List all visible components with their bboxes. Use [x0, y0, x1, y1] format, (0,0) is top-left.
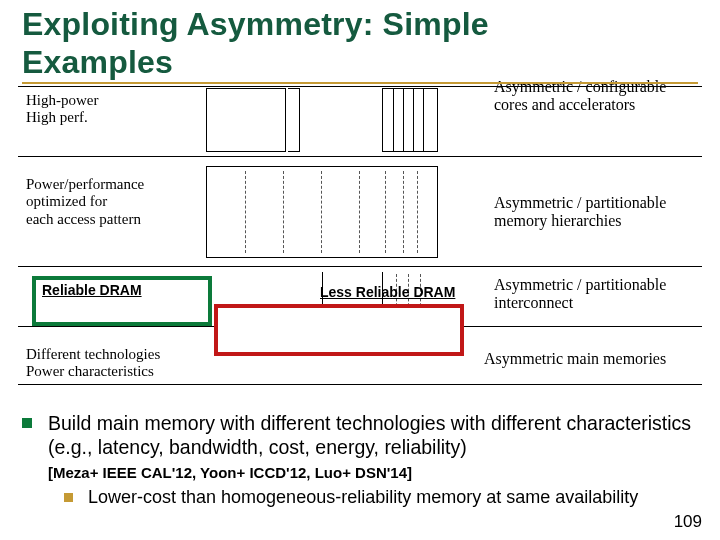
less-reliable-dram-label: Less Reliable DRAM: [320, 284, 455, 300]
left-label-mainmem: Different technologies Power characteris…: [26, 346, 160, 381]
left-label-mem: Power/performance optimized for each acc…: [26, 176, 144, 228]
sub-bullet-square-icon: [64, 493, 73, 502]
less-reliable-dram-box: [214, 304, 464, 356]
reliable-dram-label: Reliable DRAM: [42, 282, 142, 298]
right-label-mem: Asymmetric / partitionable memory hierar…: [494, 194, 694, 231]
sub-bullet-text: Lower-cost than homogeneous-reliability …: [88, 487, 638, 507]
row-bottom-border: [18, 384, 702, 385]
slide-title-line2: Examples: [22, 44, 173, 80]
title-underline: [22, 82, 698, 84]
main-bullet-text: Build main memory with different technol…: [48, 412, 691, 458]
sub-bullet: Lower-cost than homogeneous-reliability …: [64, 487, 712, 508]
left-label-cores: High-power High perf.: [26, 92, 98, 127]
body-text: Build main memory with different technol…: [22, 412, 712, 508]
row2-partitioned-cache: [206, 166, 438, 258]
right-label-interconnect: Asymmetric / partitionable interconnect: [494, 276, 694, 313]
bullet-square-icon: [22, 418, 32, 428]
diagram-grid: High-power High perf. Power/performance …: [18, 86, 702, 398]
slide-title: Exploiting Asymmetry: Simple Examples: [22, 6, 489, 82]
main-bullet: Build main memory with different technol…: [22, 412, 712, 460]
row1-many-cores: [382, 88, 438, 152]
right-label-mainmem: Asymmetric main memories: [484, 350, 694, 368]
slide-number: 109: [674, 512, 702, 532]
citation-line: [Meza+ IEEE CAL'12, Yoon+ ICCD'12, Luo+ …: [48, 464, 712, 481]
slide-title-line1: Exploiting Asymmetry: Simple: [22, 6, 489, 42]
row1-slim-core: [288, 88, 300, 152]
row1-big-core: [206, 88, 286, 152]
